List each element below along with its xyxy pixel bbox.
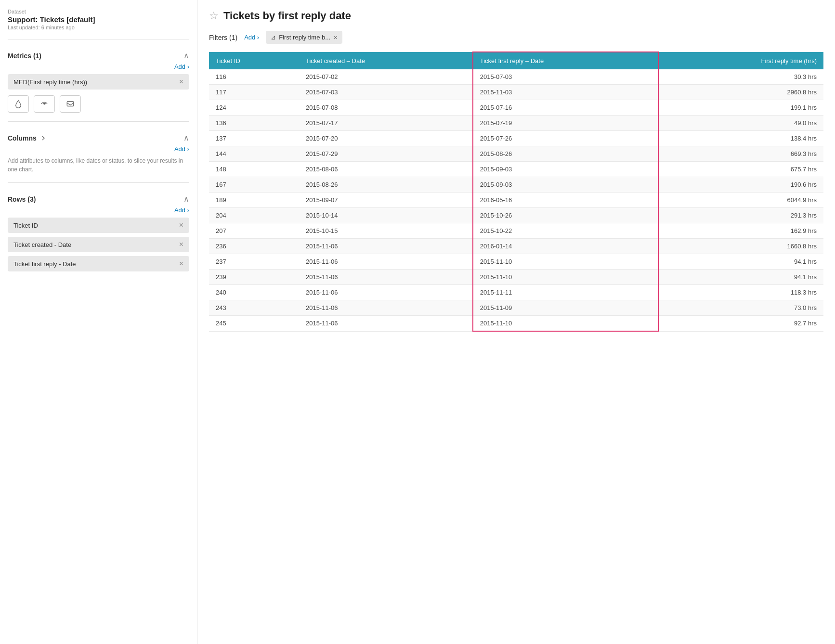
table-cell: 73.0 hrs [658, 300, 823, 316]
dataset-info: Dataset Support: Tickets [default] Last … [8, 9, 189, 30]
row-chip-remove[interactable]: × [179, 241, 183, 248]
columns-description: Add attributes to columns, like dates or… [8, 156, 189, 174]
columns-export-icon [39, 134, 47, 142]
table-cell: 124 [209, 100, 299, 116]
table-cell: 49.0 hrs [658, 116, 823, 131]
add-filter-link[interactable]: Add › [244, 34, 259, 41]
metrics-collapse-button[interactable]: ∧ [183, 51, 189, 60]
table-cell: 2016-01-14 [473, 239, 658, 254]
table-cell: 2015-10-22 [473, 223, 658, 239]
table-cell: 2015-08-06 [299, 162, 473, 177]
favorite-icon[interactable]: ☆ [209, 10, 219, 22]
col-header-ticket-id: Ticket ID [209, 52, 299, 69]
table-cell: 2015-11-06 [299, 270, 473, 285]
table-row: 1672015-08-262015-09-03190.6 hrs [209, 177, 823, 193]
rows-add-link[interactable]: Add › [8, 206, 189, 214]
chart-type-row [8, 95, 189, 113]
metrics-chip: MED(First reply time (hrs)) × [8, 74, 189, 90]
table-row: 2042015-10-142015-10-26291.3 hrs [209, 208, 823, 223]
row-chip: Ticket created - Date× [8, 237, 189, 252]
table-cell: 190.6 hrs [658, 177, 823, 193]
table-cell: 236 [209, 239, 299, 254]
table-row: 2402015-11-062015-11-11118.3 hrs [209, 285, 823, 300]
rows-collapse-button[interactable]: ∧ [183, 194, 189, 204]
report-title: Tickets by first reply date [223, 10, 351, 22]
table-cell: 199.1 hrs [658, 100, 823, 116]
table-cell: 2015-07-03 [299, 85, 473, 100]
table-cell: 116 [209, 69, 299, 85]
table-cell: 136 [209, 116, 299, 131]
col-header-first-reply-date: Ticket first reply – Date [473, 52, 658, 69]
table-cell: 2015-07-08 [299, 100, 473, 116]
sidebar: Dataset Support: Tickets [default] Last … [0, 0, 197, 644]
table-row: 1242015-07-082015-07-16199.1 hrs [209, 100, 823, 116]
table-cell: 118.3 hrs [658, 285, 823, 300]
table-header: Ticket ID Ticket created – Date Ticket f… [209, 52, 823, 69]
rows-section: Rows (3) ∧ Add › Ticket ID×Ticket create… [8, 194, 189, 271]
table-row: 2392015-11-062015-11-1094.1 hrs [209, 270, 823, 285]
table-row: 2362015-11-062016-01-141660.8 hrs [209, 239, 823, 254]
report-title-row: ☆ Tickets by first reply date [209, 10, 823, 22]
table-cell: 2015-09-03 [473, 177, 658, 193]
table-cell: 2015-11-06 [299, 316, 473, 332]
table-cell: 2015-09-03 [473, 162, 658, 177]
table-cell: 137 [209, 131, 299, 146]
row-chip-remove[interactable]: × [179, 260, 183, 268]
table-cell: 2015-08-26 [299, 177, 473, 193]
filters-bar: Filters (1) Add › ⊿ First reply time b..… [209, 31, 823, 44]
metrics-add-link[interactable]: Add › [8, 63, 189, 70]
signal-icon [40, 100, 49, 108]
table-cell: 2015-10-15 [299, 223, 473, 239]
metrics-chip-remove[interactable]: × [179, 78, 183, 86]
table-cell: 2015-11-10 [473, 270, 658, 285]
table-cell: 2015-11-03 [473, 85, 658, 100]
columns-collapse-button[interactable]: ∧ [183, 133, 189, 142]
table-cell: 245 [209, 316, 299, 332]
table-cell: 92.7 hrs [658, 316, 823, 332]
filter-funnel-icon: ⊿ [271, 34, 276, 41]
row-chip-label: Ticket created - Date [13, 241, 71, 248]
table-cell: 2015-11-10 [473, 316, 658, 332]
active-filter-label: First reply time b... [279, 34, 330, 41]
table-cell: 2015-11-06 [299, 254, 473, 270]
table-body: 1162015-07-022015-07-0330.3 hrs1172015-0… [209, 69, 823, 331]
columns-section: Columns ∧ Add › Add attributes to column… [8, 133, 189, 174]
table-cell: 2015-07-02 [299, 69, 473, 85]
metrics-section: Metrics (1) ∧ Add › MED(First reply time… [8, 51, 189, 113]
table-row: 1362015-07-172015-07-1949.0 hrs [209, 116, 823, 131]
table-cell: 2015-07-29 [299, 146, 473, 162]
table-cell: 2015-07-16 [473, 100, 658, 116]
row-chip: Ticket first reply - Date× [8, 256, 189, 271]
table-cell: 2015-11-06 [299, 285, 473, 300]
signal-icon-button[interactable] [34, 95, 55, 113]
table-row: 2452015-11-062015-11-1092.7 hrs [209, 316, 823, 332]
active-filter-remove[interactable]: × [333, 33, 338, 41]
table-row: 1442015-07-292015-08-26669.3 hrs [209, 146, 823, 162]
columns-add-link[interactable]: Add › [8, 145, 189, 153]
table-cell: 237 [209, 254, 299, 270]
table-cell: 144 [209, 146, 299, 162]
row-chip: Ticket ID× [8, 218, 189, 233]
active-filter-chip: ⊿ First reply time b... × [266, 31, 342, 44]
table-row: 2372015-11-062015-11-1094.1 hrs [209, 254, 823, 270]
table-cell: 117 [209, 85, 299, 100]
dataset-label: Dataset [8, 9, 189, 14]
droplet-icon-button[interactable] [8, 95, 29, 113]
col-header-reply-time: First reply time (hrs) [658, 52, 823, 69]
table-cell: 189 [209, 193, 299, 208]
table-cell: 1660.8 hrs [658, 239, 823, 254]
table-cell: 2015-10-14 [299, 208, 473, 223]
table-row: 1372015-07-202015-07-26138.4 hrs [209, 131, 823, 146]
table-row: 1892015-09-072016-05-166044.9 hrs [209, 193, 823, 208]
row-chip-remove[interactable]: × [179, 221, 183, 229]
table-cell: 2015-07-03 [473, 69, 658, 85]
droplet-icon [14, 100, 23, 108]
table-cell: 148 [209, 162, 299, 177]
table-cell: 2015-09-07 [299, 193, 473, 208]
table-cell: 2015-11-06 [299, 239, 473, 254]
message-icon-button[interactable] [60, 95, 81, 113]
table-cell: 6044.9 hrs [658, 193, 823, 208]
columns-header: Columns ∧ [8, 133, 189, 142]
table-cell: 138.4 hrs [658, 131, 823, 146]
table-cell: 2015-07-26 [473, 131, 658, 146]
